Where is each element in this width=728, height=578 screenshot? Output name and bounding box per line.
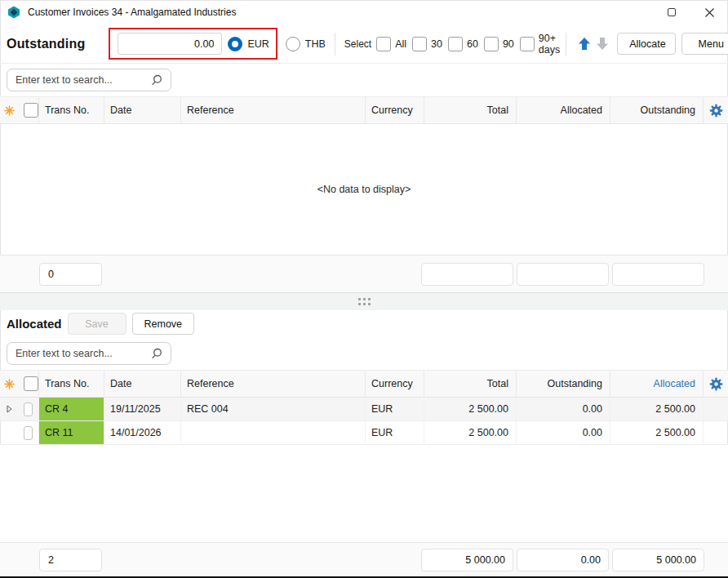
filter-90-checkbox[interactable]	[484, 37, 499, 51]
allocated-search-row	[0, 337, 728, 370]
row-expand-button[interactable]	[0, 398, 18, 420]
filter-90plus-label: 90+ days	[539, 33, 560, 56]
cell-allocated[interactable]: 2 500.00	[610, 421, 704, 444]
allocated-col-total[interactable]: Total	[424, 371, 517, 397]
allocated-col-date[interactable]: Date	[104, 371, 181, 397]
row-checkbox-cell	[18, 421, 39, 444]
cell-spacer	[704, 398, 728, 420]
cell-reference[interactable]	[181, 421, 366, 444]
save-button[interactable]: Save	[68, 313, 127, 335]
move-up-button[interactable]	[578, 33, 591, 55]
row-checkbox-cell	[18, 398, 39, 420]
cell-date[interactable]: 19/11/2025	[104, 398, 181, 420]
outstanding-search-input[interactable]	[16, 74, 151, 86]
outstanding-grid-body: <No data to display>	[0, 124, 728, 255]
outstanding-col-reference[interactable]: Reference	[181, 97, 366, 123]
pane-splitter[interactable]	[0, 292, 728, 310]
toolbar-divider	[335, 33, 335, 56]
radio-selected-icon	[228, 37, 242, 51]
cell-total[interactable]: 2 500.00	[424, 421, 517, 444]
allocation-amount-input[interactable]	[118, 33, 222, 55]
maximize-icon	[668, 8, 676, 16]
outstanding-outstanding-sum	[612, 263, 704, 286]
search-icon	[151, 74, 162, 86]
outstanding-allocated-sum	[517, 263, 609, 286]
select-label: Select	[344, 38, 371, 50]
filter-90[interactable]: 90	[484, 37, 514, 51]
outstanding-col-date[interactable]: Date	[104, 97, 181, 123]
maximize-button[interactable]	[653, 0, 690, 24]
outstanding-row-count: 0	[39, 263, 102, 286]
allocated-section-title: Allocated	[7, 317, 62, 331]
outstanding-col-allocated[interactable]: Allocated	[517, 97, 610, 123]
cell-outstanding[interactable]: 0.00	[517, 398, 610, 420]
close-icon	[705, 8, 714, 17]
allocated-outstanding-sum: 0.00	[517, 549, 609, 571]
outstanding-select-all-cell	[18, 97, 39, 123]
outstanding-col-total[interactable]: Total	[424, 97, 517, 123]
cell-reference[interactable]: REC 004	[181, 398, 366, 420]
outstanding-total-sum	[421, 263, 513, 286]
window-title: Customer Invoices 34 - Amalgamated Indus…	[28, 7, 236, 18]
outstanding-section-title: Outstanding	[7, 37, 85, 51]
allocated-col-allocated[interactable]: Allocated	[610, 371, 704, 397]
outstanding-select-all-checkbox[interactable]	[24, 103, 38, 118]
allocated-search-box[interactable]	[7, 342, 171, 365]
filter-30[interactable]: 30	[412, 37, 442, 51]
filter-90-label: 90	[503, 38, 514, 50]
allocated-col-outstanding[interactable]: Outstanding	[517, 371, 610, 397]
move-down-button[interactable]	[596, 33, 609, 55]
app-icon	[7, 6, 20, 19]
allocated-search-input[interactable]	[16, 348, 151, 359]
table-row[interactable]: CR 4 19/11/2025 REC 004 EUR 2 500.00 0.0…	[0, 398, 728, 421]
filter-all-checkbox[interactable]	[376, 37, 391, 51]
outstanding-search-row	[0, 64, 728, 96]
allocated-grid-footer: 2 5 000.00 0.00 5 000.00	[0, 542, 728, 576]
cell-total[interactable]: 2 500.00	[424, 398, 517, 420]
menu-button[interactable]: Menu	[681, 33, 728, 55]
cell-date[interactable]: 14/01/2026	[104, 421, 181, 444]
cell-outstanding[interactable]: 0.00	[517, 421, 610, 444]
cell-trans-no[interactable]: CR 11	[39, 421, 104, 444]
outstanding-col-outstanding[interactable]: Outstanding	[610, 97, 704, 123]
filter-all[interactable]: All	[376, 37, 406, 51]
outstanding-search-box[interactable]	[7, 69, 171, 91]
remove-button[interactable]: Remove	[132, 313, 195, 335]
allocate-button[interactable]: Allocate	[617, 33, 676, 55]
allocated-col-currency[interactable]: Currency	[366, 371, 424, 397]
cell-allocated[interactable]: 2 500.00	[610, 398, 704, 420]
new-row-asterisk-icon	[0, 97, 18, 123]
filter-60[interactable]: 60	[448, 37, 478, 51]
currency-thb-label: THB	[305, 38, 326, 50]
cell-currency[interactable]: EUR	[366, 398, 424, 420]
filter-90plus[interactable]: 90+ days	[520, 33, 560, 56]
outstanding-col-currency[interactable]: Currency	[366, 97, 424, 123]
arrow-up-icon	[578, 37, 591, 51]
filter-90plus-checkbox[interactable]	[520, 37, 535, 51]
cell-trans-no[interactable]: CR 4	[39, 398, 104, 420]
allocated-section-bar: Allocated Save Remove	[0, 310, 728, 337]
outstanding-grid-footer: 0	[0, 255, 728, 292]
filter-30-checkbox[interactable]	[412, 37, 427, 51]
currency-radio-eur[interactable]: EUR	[228, 37, 269, 51]
allocated-col-reference[interactable]: Reference	[181, 371, 366, 397]
currency-radio-thb[interactable]: THB	[286, 37, 326, 51]
arrow-down-icon	[596, 37, 609, 51]
window-titlebar: Customer Invoices 34 - Amalgamated Indus…	[0, 0, 728, 24]
allocated-col-trans-no[interactable]: Trans No.	[39, 371, 104, 397]
filter-30-label: 30	[431, 38, 442, 50]
row-checkbox[interactable]	[24, 426, 33, 440]
outstanding-toolbar: Outstanding EUR THB Select All 30 60	[0, 24, 728, 64]
outstanding-column-chooser-gear-icon[interactable]	[704, 97, 728, 123]
allocated-column-chooser-gear-icon[interactable]	[704, 371, 728, 397]
cell-currency[interactable]: EUR	[366, 421, 424, 444]
allocated-select-all-checkbox[interactable]	[24, 376, 38, 391]
filter-60-checkbox[interactable]	[448, 37, 463, 51]
outstanding-col-trans-no[interactable]: Trans No.	[39, 97, 104, 123]
search-icon	[151, 348, 162, 359]
allocated-allocated-sum: 5 000.00	[612, 549, 704, 571]
close-button[interactable]	[690, 0, 728, 24]
row-checkbox[interactable]	[24, 402, 33, 416]
table-row[interactable]: CR 11 14/01/2026 EUR 2 500.00 0.00 2 500…	[0, 421, 728, 445]
cell-spacer	[704, 421, 728, 444]
